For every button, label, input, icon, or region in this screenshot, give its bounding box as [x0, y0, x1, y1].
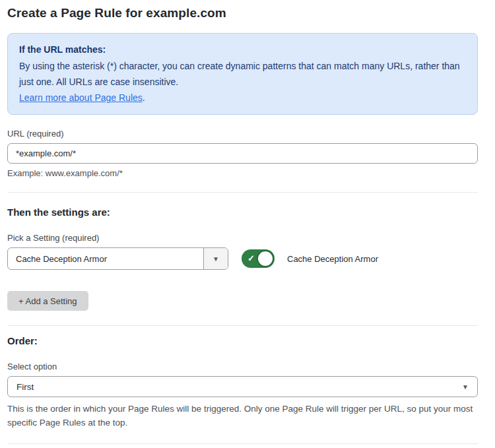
add-setting-button[interactable]: + Add a Setting [7, 291, 88, 311]
divider [7, 325, 478, 326]
url-example-text: Example: www.example.com/* [7, 168, 478, 178]
divider [7, 192, 478, 193]
setting-dropdown[interactable]: Cache Deception Armor ▼ [7, 247, 228, 270]
url-match-info-box: If the URL matches: By using the asteris… [7, 33, 478, 115]
learn-more-link[interactable]: Learn more about Page Rules [19, 92, 143, 103]
order-help-text: This is the order in which your Page Rul… [7, 402, 478, 430]
info-box-link-line: Learn more about Page Rules. [19, 90, 466, 106]
toggle-label: Cache Deception Armor [287, 254, 378, 264]
url-field-label: URL (required) [7, 129, 478, 139]
toggle-knob [257, 250, 274, 267]
order-select-label: Select option [7, 362, 478, 371]
setting-row: Cache Deception Armor ▼ ✓ Cache Deceptio… [7, 247, 478, 270]
page-rule-form: Create a Page Rule for example.com If th… [7, 6, 478, 448]
setting-picker-label: Pick a Setting (required) [7, 233, 478, 243]
order-section-heading: Order: [7, 335, 478, 346]
url-input[interactable] [7, 143, 478, 164]
cache-deception-armor-toggle[interactable]: ✓ [242, 249, 275, 268]
check-icon: ✓ [248, 254, 255, 263]
setting-dropdown-arrow-button[interactable]: ▼ [203, 248, 228, 269]
info-box-body: By using the asterisk (*) character, you… [19, 58, 466, 90]
chevron-down-icon: ▼ [462, 383, 469, 391]
setting-dropdown-value: Cache Deception Armor [8, 248, 203, 269]
page-title: Create a Page Rule for example.com [7, 6, 478, 20]
settings-section-heading: Then the settings are: [7, 207, 478, 218]
order-dropdown[interactable]: First ▼ [7, 376, 478, 397]
info-box-heading: If the URL matches: [19, 42, 466, 57]
order-dropdown-value: First [16, 382, 34, 392]
link-period: . [143, 92, 145, 103]
chevron-down-icon: ▼ [213, 255, 219, 263]
divider [7, 443, 478, 444]
